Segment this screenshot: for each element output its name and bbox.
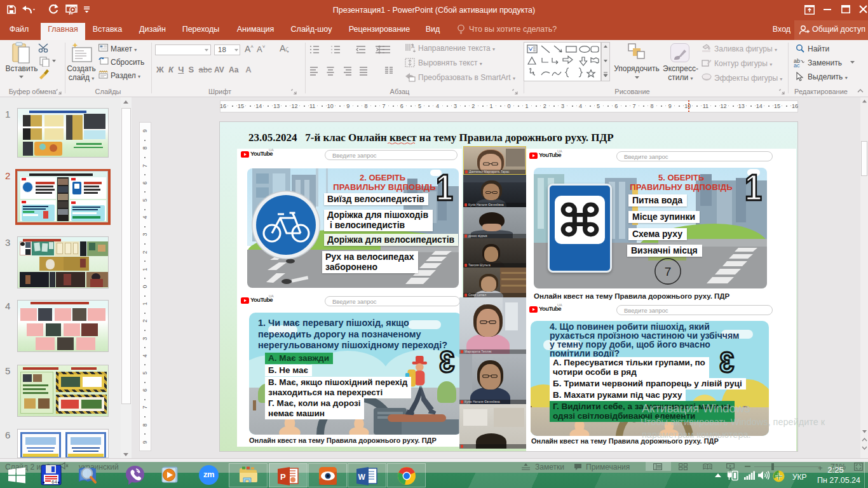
svg-text:A: A — [411, 44, 415, 50]
svg-text:64: 64 — [51, 480, 58, 485]
svg-text:ac: ac — [794, 62, 800, 67]
svg-text:P: P — [280, 472, 286, 482]
svg-text:W: W — [358, 473, 366, 482]
svg-text:7: 7 — [665, 265, 672, 278]
